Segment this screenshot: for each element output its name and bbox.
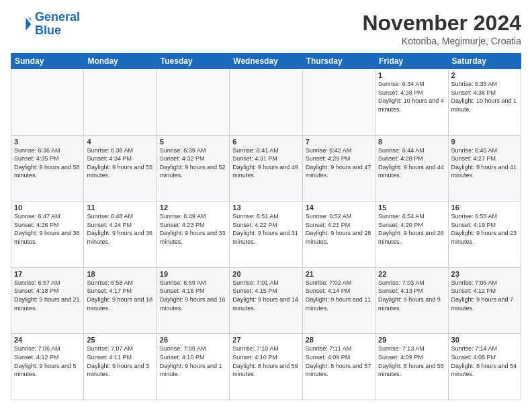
day-number: 18	[87, 270, 153, 278]
day-cell: 1Sunrise: 6:34 AM Sunset: 4:38 PM Daylig…	[375, 69, 448, 136]
day-info: Sunrise: 6:35 AM Sunset: 4:36 PM Dayligh…	[451, 80, 518, 113]
day-cell: 7Sunrise: 6:42 AM Sunset: 4:29 PM Daylig…	[302, 135, 375, 201]
day-info: Sunrise: 6:52 AM Sunset: 4:21 PM Dayligh…	[306, 212, 372, 246]
day-number: 7	[306, 138, 372, 146]
day-info: Sunrise: 6:47 AM Sunset: 4:26 PM Dayligh…	[14, 212, 81, 246]
col-tuesday: Tuesday	[157, 54, 229, 69]
day-info: Sunrise: 6:57 AM Sunset: 4:18 PM Dayligh…	[14, 279, 81, 312]
month-title: November 2024	[362, 11, 521, 36]
day-info: Sunrise: 7:07 AM Sunset: 4:11 PM Dayligh…	[87, 345, 153, 378]
day-cell: 24Sunrise: 7:06 AM Sunset: 4:12 PM Dayli…	[11, 334, 84, 400]
day-cell: 26Sunrise: 7:09 AM Sunset: 4:10 PM Dayli…	[157, 334, 229, 400]
day-info: Sunrise: 6:58 AM Sunset: 4:17 PM Dayligh…	[87, 279, 153, 312]
day-info: Sunrise: 6:36 AM Sunset: 4:35 PM Dayligh…	[14, 146, 81, 180]
day-cell: 22Sunrise: 7:03 AM Sunset: 4:13 PM Dayli…	[375, 267, 448, 334]
header: General Blue November 2024 Kotoriba, Meg…	[11, 11, 521, 46]
calendar-table: Sunday Monday Tuesday Wednesday Thursday…	[11, 53, 521, 400]
day-info: Sunrise: 7:05 AM Sunset: 4:12 PM Dayligh…	[451, 279, 518, 312]
week-row-0: 1Sunrise: 6:34 AM Sunset: 4:38 PM Daylig…	[11, 69, 521, 136]
day-number: 5	[160, 138, 226, 146]
day-number: 27	[232, 336, 299, 344]
day-number: 2	[451, 71, 518, 79]
svg-marker-1	[28, 17, 32, 21]
day-info: Sunrise: 7:13 AM Sunset: 4:09 PM Dayligh…	[378, 345, 445, 378]
logo-text: General Blue	[35, 11, 80, 38]
day-number: 1	[378, 71, 445, 79]
header-row: Sunday Monday Tuesday Wednesday Thursday…	[11, 54, 521, 69]
day-number: 12	[160, 203, 226, 212]
subtitle: Kotoriba, Megimurje, Croatia	[362, 36, 521, 46]
day-info: Sunrise: 6:51 AM Sunset: 4:22 PM Dayligh…	[232, 212, 299, 246]
day-number: 8	[378, 138, 445, 146]
calendar-header: Sunday Monday Tuesday Wednesday Thursday…	[11, 54, 521, 69]
day-info: Sunrise: 7:14 AM Sunset: 4:08 PM Dayligh…	[451, 345, 518, 378]
day-cell: 9Sunrise: 6:45 AM Sunset: 4:27 PM Daylig…	[448, 135, 521, 201]
day-cell: 23Sunrise: 7:05 AM Sunset: 4:12 PM Dayli…	[448, 267, 521, 334]
day-info: Sunrise: 6:48 AM Sunset: 4:24 PM Dayligh…	[87, 212, 153, 246]
day-cell	[11, 69, 84, 136]
day-info: Sunrise: 6:49 AM Sunset: 4:23 PM Dayligh…	[160, 212, 226, 246]
day-number: 29	[378, 336, 445, 344]
day-cell: 10Sunrise: 6:47 AM Sunset: 4:26 PM Dayli…	[11, 201, 84, 268]
week-row-2: 10Sunrise: 6:47 AM Sunset: 4:26 PM Dayli…	[11, 201, 521, 268]
week-row-1: 3Sunrise: 6:36 AM Sunset: 4:35 PM Daylig…	[11, 135, 521, 201]
col-thursday: Thursday	[302, 54, 375, 69]
day-number: 14	[306, 203, 372, 212]
col-wednesday: Wednesday	[230, 54, 302, 69]
day-info: Sunrise: 7:06 AM Sunset: 4:12 PM Dayligh…	[14, 345, 81, 378]
day-number: 15	[378, 203, 445, 212]
day-info: Sunrise: 7:09 AM Sunset: 4:10 PM Dayligh…	[160, 345, 226, 378]
day-cell	[230, 69, 302, 136]
logo-line2: Blue	[35, 24, 61, 37]
day-info: Sunrise: 7:11 AM Sunset: 4:09 PM Dayligh…	[306, 345, 372, 378]
day-cell: 18Sunrise: 6:58 AM Sunset: 4:17 PM Dayli…	[84, 267, 157, 334]
day-number: 19	[160, 270, 226, 278]
day-cell	[157, 69, 229, 136]
calendar-body: 1Sunrise: 6:34 AM Sunset: 4:38 PM Daylig…	[11, 69, 521, 400]
day-cell: 27Sunrise: 7:10 AM Sunset: 4:10 PM Dayli…	[230, 334, 302, 400]
day-cell: 11Sunrise: 6:48 AM Sunset: 4:24 PM Dayli…	[84, 201, 157, 268]
col-friday: Friday	[375, 54, 448, 69]
day-cell: 13Sunrise: 6:51 AM Sunset: 4:22 PM Dayli…	[230, 201, 302, 268]
day-number: 25	[87, 336, 153, 344]
day-cell: 15Sunrise: 6:54 AM Sunset: 4:20 PM Dayli…	[375, 201, 448, 268]
day-info: Sunrise: 6:55 AM Sunset: 4:19 PM Dayligh…	[451, 212, 518, 246]
day-info: Sunrise: 7:10 AM Sunset: 4:10 PM Dayligh…	[232, 345, 299, 378]
day-info: Sunrise: 7:01 AM Sunset: 4:15 PM Dayligh…	[232, 279, 299, 312]
day-number: 23	[451, 270, 518, 278]
day-number: 9	[451, 138, 518, 146]
day-cell: 21Sunrise: 7:02 AM Sunset: 4:14 PM Dayli…	[302, 267, 375, 334]
day-number: 28	[306, 336, 372, 344]
day-number: 3	[14, 138, 81, 146]
page: General Blue November 2024 Kotoriba, Meg…	[0, 0, 532, 411]
day-cell: 2Sunrise: 6:35 AM Sunset: 4:36 PM Daylig…	[448, 69, 521, 136]
day-cell: 4Sunrise: 6:38 AM Sunset: 4:34 PM Daylig…	[84, 135, 157, 201]
day-info: Sunrise: 6:44 AM Sunset: 4:28 PM Dayligh…	[378, 146, 445, 180]
day-cell: 28Sunrise: 7:11 AM Sunset: 4:09 PM Dayli…	[302, 334, 375, 400]
day-number: 17	[14, 270, 81, 278]
day-cell: 14Sunrise: 6:52 AM Sunset: 4:21 PM Dayli…	[302, 201, 375, 268]
day-cell: 3Sunrise: 6:36 AM Sunset: 4:35 PM Daylig…	[11, 135, 84, 201]
col-sunday: Sunday	[11, 54, 84, 69]
day-number: 4	[87, 138, 153, 146]
day-number: 22	[378, 270, 445, 278]
day-number: 16	[451, 203, 518, 212]
day-cell: 12Sunrise: 6:49 AM Sunset: 4:23 PM Dayli…	[157, 201, 229, 268]
logo-line1: General	[35, 10, 80, 24]
day-cell: 29Sunrise: 7:13 AM Sunset: 4:09 PM Dayli…	[375, 334, 448, 400]
logo: General Blue	[11, 11, 80, 38]
day-info: Sunrise: 6:38 AM Sunset: 4:34 PM Dayligh…	[87, 146, 153, 180]
day-cell: 30Sunrise: 7:14 AM Sunset: 4:08 PM Dayli…	[448, 334, 521, 400]
day-cell: 8Sunrise: 6:44 AM Sunset: 4:28 PM Daylig…	[375, 135, 448, 201]
day-number: 21	[306, 270, 372, 278]
col-saturday: Saturday	[448, 54, 521, 69]
day-info: Sunrise: 7:02 AM Sunset: 4:14 PM Dayligh…	[306, 279, 372, 312]
day-number: 13	[232, 203, 299, 212]
day-cell: 6Sunrise: 6:41 AM Sunset: 4:31 PM Daylig…	[230, 135, 302, 201]
logo-icon	[11, 13, 32, 35]
col-monday: Monday	[84, 54, 157, 69]
day-number: 20	[232, 270, 299, 278]
day-info: Sunrise: 6:34 AM Sunset: 4:38 PM Dayligh…	[378, 80, 445, 113]
day-number: 6	[232, 138, 299, 146]
day-cell	[302, 69, 375, 136]
